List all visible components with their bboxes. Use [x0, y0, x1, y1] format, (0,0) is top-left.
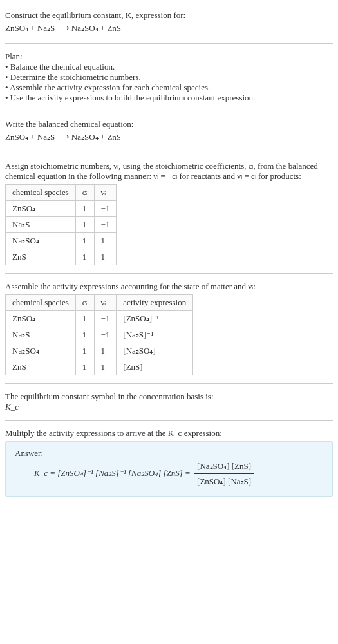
table-header: chemical species	[6, 294, 76, 310]
table-cell: Na₂SO₄	[6, 343, 76, 359]
assign-section: Assign stoichiometric numbers, νᵢ, using…	[5, 156, 333, 270]
table-cell: −1	[94, 327, 117, 343]
divider	[5, 420, 333, 421]
table-cell: 1	[94, 343, 117, 359]
table-cell: [Na₂SO₄]	[117, 343, 193, 359]
balanced-heading: Write the balanced chemical equation:	[5, 119, 333, 129]
title-text: Construct the equilibrium constant, K, e…	[5, 10, 185, 20]
table-row: Na₂SO₄ 1 1	[6, 232, 117, 249]
symbol-text: The equilibrium constant symbol in the c…	[5, 392, 333, 402]
plan-item: • Determine the stoichiometric numbers.	[5, 72, 333, 82]
activity-table: chemical species cᵢ νᵢ activity expressi…	[5, 294, 193, 375]
answer-expression: K_c = [ZnSO₄]⁻¹ [Na₂S]⁻¹ [Na₂SO₄] [ZnS] …	[15, 459, 323, 489]
table-header: νᵢ	[94, 294, 117, 310]
plan-item: • Balance the chemical equation.	[5, 62, 333, 72]
table-cell: 1	[94, 359, 117, 375]
table-cell: −1	[94, 200, 117, 216]
divider	[5, 153, 333, 153]
divider	[5, 383, 333, 384]
table-header: νᵢ	[94, 184, 117, 200]
answer-box: Answer: K_c = [ZnSO₄]⁻¹ [Na₂S]⁻¹ [Na₂SO₄…	[5, 441, 333, 497]
answer-fraction: [Na₂SO₄] [ZnS] [ZnSO₄] [Na₂S]	[194, 459, 254, 489]
assemble-text: Assemble the activity expressions accoun…	[5, 281, 333, 292]
activity-section: Assemble the activity expressions accoun…	[5, 276, 333, 381]
table-cell: Na₂S	[6, 327, 76, 343]
plan-item: • Assemble the activity expression for e…	[5, 82, 333, 93]
table-row: chemical species cᵢ νᵢ activity expressi…	[6, 294, 193, 310]
table-cell: 1	[75, 310, 94, 327]
balanced-section: Write the balanced chemical equation: Zn…	[5, 114, 333, 149]
table-header: activity expression	[117, 294, 193, 310]
fraction-numerator: [Na₂SO₄] [ZnS]	[194, 459, 254, 474]
table-cell: 1	[75, 343, 94, 359]
symbol-kc: K_c	[5, 402, 333, 412]
answer-lhs: K_c = [ZnSO₄]⁻¹ [Na₂S]⁻¹ [Na₂SO₄] [ZnS] …	[34, 468, 191, 478]
table-row: Na₂S 1 −1	[6, 216, 117, 232]
table-cell: ZnSO₄	[6, 200, 76, 216]
table-row: ZnSO₄ 1 −1	[6, 200, 117, 216]
table-cell: 1	[75, 216, 94, 232]
plan-heading: Plan:	[5, 52, 333, 62]
multiply-text: Mulitply the activity expressions to arr…	[5, 428, 333, 439]
table-cell: 1	[94, 232, 117, 249]
table-cell: ZnS	[6, 249, 76, 265]
table-row: ZnS 1 1	[6, 249, 117, 265]
table-cell: ZnS	[6, 359, 76, 375]
stoich-table: chemical species cᵢ νᵢ ZnSO₄ 1 −1 Na₂S 1…	[5, 184, 117, 265]
table-cell: ZnSO₄	[6, 310, 76, 327]
table-header: cᵢ	[75, 184, 94, 200]
table-header: chemical species	[6, 184, 76, 200]
table-cell: 1	[94, 249, 117, 265]
table-cell: 1	[75, 327, 94, 343]
table-cell: Na₂S	[6, 216, 76, 232]
table-cell: 1	[75, 359, 94, 375]
table-row: ZnS 1 1 [ZnS]	[6, 359, 193, 375]
divider	[5, 273, 333, 274]
fraction-denominator: [ZnSO₄] [Na₂S]	[194, 474, 254, 489]
plan-section: Plan: • Balance the chemical equation. •…	[5, 46, 333, 108]
table-cell: 1	[75, 200, 94, 216]
table-cell: −1	[94, 310, 117, 327]
table-cell: −1	[94, 216, 117, 232]
divider	[5, 111, 333, 111]
title-section: Construct the equilibrium constant, K, e…	[5, 5, 333, 41]
table-cell: [Na₂S]⁻¹	[117, 327, 193, 343]
plan-item: • Use the activity expressions to build …	[5, 93, 333, 103]
assign-text: Assign stoichiometric numbers, νᵢ, using…	[5, 161, 333, 182]
symbol-section: The equilibrium constant symbol in the c…	[5, 386, 333, 417]
table-cell: 1	[75, 232, 94, 249]
table-row: Na₂S 1 −1 [Na₂S]⁻¹	[6, 327, 193, 343]
title-equation: ZnSO₄ + Na₂S ⟶ Na₂SO₄ + ZnS	[5, 21, 333, 35]
divider	[5, 43, 333, 44]
table-header: cᵢ	[75, 294, 94, 310]
table-cell: 1	[75, 249, 94, 265]
answer-label: Answer:	[15, 448, 323, 459]
table-cell: [ZnS]	[117, 359, 193, 375]
table-row: ZnSO₄ 1 −1 [ZnSO₄]⁻¹	[6, 310, 193, 327]
table-cell: Na₂SO₄	[6, 232, 76, 249]
balanced-equation: ZnSO₄ + Na₂S ⟶ Na₂SO₄ + ZnS	[5, 129, 333, 144]
table-cell: [ZnSO₄]⁻¹	[117, 310, 193, 327]
table-row: chemical species cᵢ νᵢ	[6, 184, 117, 200]
multiply-section: Mulitply the activity expressions to arr…	[5, 423, 333, 502]
title-line: Construct the equilibrium constant, K, e…	[5, 10, 333, 21]
table-row: Na₂SO₄ 1 1 [Na₂SO₄]	[6, 343, 193, 359]
